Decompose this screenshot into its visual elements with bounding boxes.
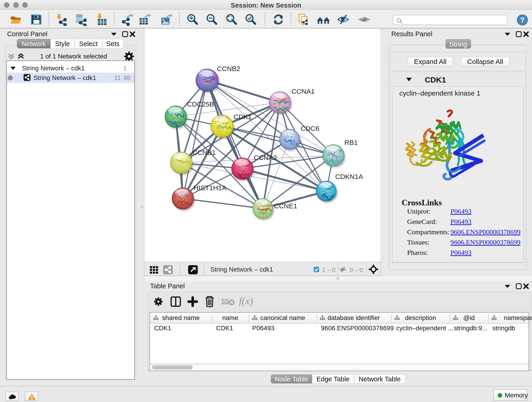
svg-text:HIST1H1A: HIST1H1A bbox=[194, 184, 226, 191]
svg-text:CDK1: CDK1 bbox=[234, 113, 252, 121]
svg-text:CCNE1: CCNE1 bbox=[274, 202, 298, 210]
svg-text:?: ? bbox=[520, 16, 525, 24]
svg-text:CCNB2: CCNB2 bbox=[217, 65, 240, 72]
svg-text:CDKN1A: CDKN1A bbox=[335, 173, 363, 180]
svg-text:CDC25B: CDC25B bbox=[187, 100, 214, 108]
svg-text:CCNB1: CCNB1 bbox=[192, 149, 216, 156]
svg-text:CCNA2: CCNA2 bbox=[254, 154, 277, 161]
svg-text:CCNA1: CCNA1 bbox=[291, 88, 315, 95]
svg-text:CDC6: CDC6 bbox=[301, 125, 319, 132]
svg-text:RB1: RB1 bbox=[344, 139, 358, 146]
